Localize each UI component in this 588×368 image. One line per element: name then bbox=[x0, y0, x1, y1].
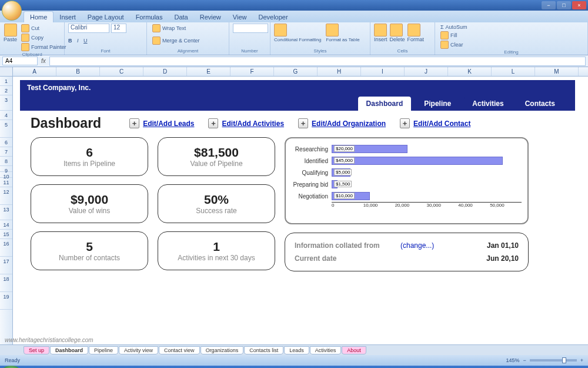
wrap-icon bbox=[152, 24, 161, 32]
autosum-button[interactable]: ΣAutoSum bbox=[439, 24, 584, 31]
name-box[interactable]: A4 bbox=[2, 57, 38, 65]
ribbon-tab-home[interactable]: Home bbox=[24, 11, 54, 22]
clear-button[interactable]: Clear bbox=[439, 40, 584, 49]
fill-button[interactable]: Fill bbox=[439, 31, 584, 40]
row-header[interactable]: 6 bbox=[0, 138, 12, 147]
formula-bar[interactable] bbox=[49, 57, 586, 66]
cut-button[interactable]: Cut bbox=[19, 24, 68, 33]
start-button[interactable] bbox=[1, 366, 21, 368]
change-date-link[interactable]: (change...) bbox=[400, 241, 434, 250]
row-header[interactable]: 11 bbox=[0, 178, 12, 187]
font-size-select[interactable]: 12 bbox=[111, 24, 126, 33]
chart-x-axis: 0 10,000 20,000 30,000 40,000 50,000 bbox=[332, 202, 522, 208]
card-value-pipeline: $81,500Value of Pipeline bbox=[158, 137, 275, 176]
row-header[interactable]: 4 bbox=[0, 111, 12, 120]
row-header[interactable]: 9 bbox=[0, 166, 12, 172]
fx-icon[interactable]: fx bbox=[41, 58, 46, 64]
copy-button[interactable]: Copy bbox=[19, 33, 68, 42]
italic-button[interactable]: I bbox=[77, 38, 79, 44]
col-header[interactable]: J bbox=[405, 67, 448, 76]
edit-link-organization[interactable]: +Edit/Add Organization bbox=[298, 118, 386, 128]
col-header[interactable]: C bbox=[100, 67, 143, 76]
sheet-tab-about[interactable]: About bbox=[342, 346, 366, 354]
col-header[interactable]: M bbox=[535, 67, 579, 76]
row-header[interactable]: 17 bbox=[0, 257, 12, 274]
number-group-label: Number bbox=[233, 48, 266, 54]
row-header[interactable]: 5 bbox=[0, 120, 12, 138]
row-header[interactable]: 13 bbox=[0, 205, 12, 220]
underline-button[interactable]: U bbox=[83, 38, 88, 44]
row-header[interactable]: 8 bbox=[0, 157, 12, 166]
row-header[interactable]: 15 bbox=[0, 230, 12, 239]
edit-link-leads[interactable]: +Edit/Add Leads bbox=[129, 118, 194, 128]
col-header[interactable]: H bbox=[318, 67, 361, 76]
ribbon-tab-formulas[interactable]: Formulas bbox=[130, 12, 169, 22]
ribbon-tab-insert[interactable]: Insert bbox=[54, 12, 82, 22]
window-minimize-button[interactable]: − bbox=[542, 1, 556, 9]
number-format-select[interactable] bbox=[233, 24, 268, 33]
window-maximize-button[interactable]: □ bbox=[557, 1, 571, 9]
row-header[interactable]: 1 bbox=[0, 77, 12, 86]
sheet-tab-pipeline[interactable]: Pipeline bbox=[89, 346, 118, 354]
worksheet-canvas[interactable]: Test Company, Inc. Dashboard Pipeline Ac… bbox=[13, 77, 588, 344]
wrap-text-button[interactable]: Wrap Text bbox=[151, 24, 225, 33]
sheet-tab-setup[interactable]: Set up bbox=[24, 346, 49, 354]
col-header[interactable]: F bbox=[230, 67, 274, 76]
row-header[interactable]: 3 bbox=[0, 95, 12, 111]
zoom-thumb[interactable] bbox=[562, 357, 566, 363]
col-header[interactable]: I bbox=[361, 67, 405, 76]
row-header[interactable]: 7 bbox=[0, 147, 12, 157]
edit-link-activities[interactable]: +Edit/Add Activities bbox=[208, 118, 284, 128]
ribbon-tab-view[interactable]: View bbox=[227, 12, 253, 22]
sheet-tab-activity-view[interactable]: Activity view bbox=[119, 346, 158, 354]
merge-center-button[interactable]: Merge & Center bbox=[151, 36, 225, 45]
delete-cells-icon[interactable] bbox=[390, 24, 403, 37]
zoom-out-button[interactable]: − bbox=[523, 357, 526, 363]
ribbon-tab-page-layout[interactable]: Page Layout bbox=[82, 12, 130, 22]
zoom-slider[interactable] bbox=[530, 359, 577, 362]
format-cells-icon[interactable] bbox=[407, 24, 420, 37]
col-header[interactable]: A bbox=[13, 67, 56, 76]
nav-tab-pipeline[interactable]: Pipeline bbox=[416, 97, 459, 111]
paste-icon[interactable] bbox=[4, 24, 17, 37]
select-all-corner[interactable] bbox=[0, 67, 13, 76]
ribbon-group-styles: Conditional Formatting Format as Table S… bbox=[270, 22, 370, 55]
row-header[interactable]: 10 bbox=[0, 172, 12, 178]
office-button[interactable] bbox=[2, 1, 22, 21]
nav-tab-activities[interactable]: Activities bbox=[464, 97, 512, 111]
col-header[interactable]: L bbox=[492, 67, 535, 76]
edit-link-contact[interactable]: +Edit/Add Contact bbox=[400, 118, 470, 128]
row-header[interactable]: 2 bbox=[0, 86, 12, 95]
windows-taskbar bbox=[0, 366, 588, 368]
col-header[interactable]: D bbox=[143, 67, 187, 76]
format-painter-button[interactable]: Format Painter bbox=[19, 42, 68, 52]
sheet-tab-dashboard[interactable]: Dashboard bbox=[50, 346, 88, 354]
font-name-select[interactable]: Calibri bbox=[68, 24, 109, 33]
bold-button[interactable]: B bbox=[68, 38, 72, 44]
window-close-button[interactable]: × bbox=[572, 1, 586, 9]
sheet-tab-contact-view[interactable]: Contact view bbox=[159, 346, 200, 354]
sheet-tab-organizations[interactable]: Organizations bbox=[201, 346, 244, 354]
ribbon-tab-review[interactable]: Review bbox=[194, 12, 227, 22]
sheet-tab-activities[interactable]: Activities bbox=[310, 346, 342, 354]
row-header[interactable]: 19 bbox=[0, 292, 12, 310]
col-header[interactable]: K bbox=[448, 67, 492, 76]
ribbon-tab-data[interactable]: Data bbox=[168, 12, 193, 22]
nav-tab-dashboard[interactable]: Dashboard bbox=[358, 97, 412, 111]
conditional-formatting-icon[interactable] bbox=[274, 24, 287, 37]
row-header[interactable]: 12 bbox=[0, 187, 12, 205]
format-as-table-icon[interactable] bbox=[326, 24, 339, 37]
sheet-tab-contacts-list[interactable]: Contacts list bbox=[244, 346, 283, 354]
row-header[interactable]: 14 bbox=[0, 220, 12, 230]
zoom-in-button[interactable]: + bbox=[580, 357, 583, 363]
row-header[interactable]: 16 bbox=[0, 239, 12, 257]
nav-tab-contacts[interactable]: Contacts bbox=[517, 97, 563, 111]
sheet-tab-leads[interactable]: Leads bbox=[284, 346, 309, 354]
ribbon-tab-developer[interactable]: Developer bbox=[252, 12, 293, 22]
col-header[interactable]: E bbox=[187, 67, 230, 76]
col-header[interactable]: G bbox=[274, 67, 318, 76]
zoom-control[interactable]: 145% − + bbox=[506, 357, 583, 363]
row-header[interactable]: 18 bbox=[0, 274, 12, 292]
col-header[interactable]: B bbox=[56, 67, 100, 76]
insert-cells-icon[interactable] bbox=[374, 24, 387, 37]
